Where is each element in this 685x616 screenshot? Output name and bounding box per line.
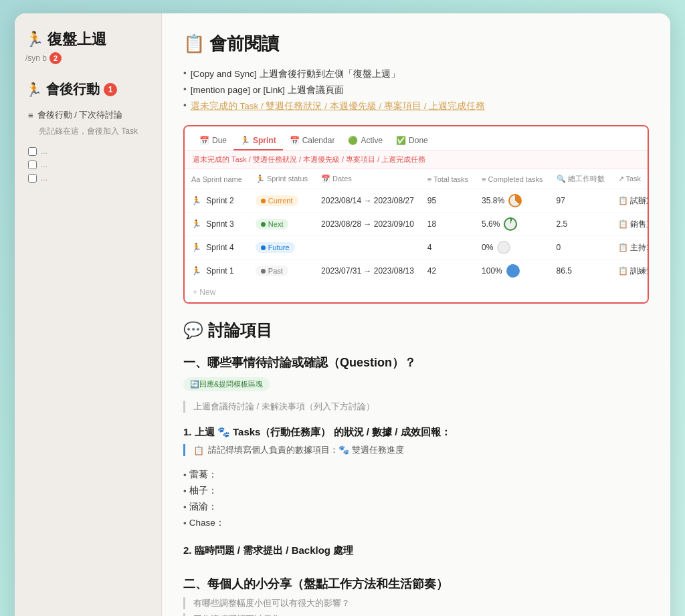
table-tabs: 📅 Due 🏃 Sprint 📅 Calendar 🟢 Active ✅	[185, 126, 648, 150]
sidebar: 🏃 復盤上週 /syn b 2 🏃 會後行動 1 ≡ 會後行動 / 下次待討論 …	[15, 13, 162, 616]
q1-tag-text: 回應&提問模板區塊	[199, 379, 263, 389]
tab-due[interactable]: 📅 Due	[193, 132, 233, 150]
q1-title: 一、哪些事情待討論或確認（Question）？	[183, 354, 649, 371]
sidebar-section2-badge: 1	[104, 83, 117, 96]
checkbox-1[interactable]	[28, 147, 37, 156]
calendar-icon-due: 📅	[199, 136, 209, 145]
task-cell-1: 📋 試辦重注	[611, 189, 649, 213]
task-chip-icon-4: 📋	[618, 266, 628, 276]
person-label-2: 柚子：	[189, 485, 217, 497]
list-icon: ≡	[28, 110, 33, 120]
sprint-status-cell-3: Future	[249, 236, 314, 260]
tab-sprint[interactable]: 🏃 Sprint	[233, 132, 283, 150]
table-row: 🏃 Sprint 3 Next 2023/08/28 → 2023/09/10	[185, 213, 649, 236]
col-sprint-status: 🏃 Sprint status	[249, 169, 314, 189]
hours-cell-4: 86.5	[550, 260, 611, 283]
status-dot-1	[261, 199, 266, 203]
q2-blockquote-text: 請記得填寫個人負責的數據項目：🐾 雙週任務進度	[208, 444, 404, 456]
status-badge-3: Future	[256, 242, 295, 253]
search-icon-col: 🔍	[557, 175, 566, 183]
task-chip-icon-1: 📋	[618, 196, 628, 205]
col-completed-tasks: ≡ Completed tasks	[475, 169, 549, 189]
sprint-status-cell-2: Next	[249, 213, 314, 236]
hours-4: 86.5	[557, 266, 572, 276]
tab-active[interactable]: 🟢 Active	[341, 132, 389, 150]
q1-blockquote-text: 上週會議待討論 / 未解決事項（列入下方討論）	[193, 401, 375, 411]
list-icon-col: ≡	[427, 175, 431, 183]
person-label-4: Chase：	[189, 517, 225, 529]
sprint-name-cell-2: 🏃 Sprint 3	[185, 213, 249, 236]
task-cell-3: 📋 主持1月	[611, 236, 649, 260]
q1-blockquote: 上週會議待討論 / 未解決事項（列入下方討論）	[183, 401, 649, 413]
task-chip-icon-3: 📋	[618, 243, 628, 252]
sprint-row-icon-1: 🏃	[191, 196, 201, 205]
col-completed-tasks-label: Completed tasks	[488, 175, 543, 183]
sprint-row-icon-4: 🏃	[191, 266, 201, 276]
completed-pct-cell-1: 35.8%	[475, 189, 549, 213]
completed-pct-cell-3: 0%	[475, 236, 549, 260]
progress-cell-1: 35.8%	[482, 194, 543, 207]
checkbox-2[interactable]	[28, 161, 37, 169]
pre-read-link[interactable]: 還未完成的 Task / 雙週任務狀況 / 本週優先級 / 專案項目 / 上週完…	[191, 100, 486, 112]
task-label-2: 銷售直達	[630, 219, 649, 229]
status-badge-4: Past	[256, 266, 288, 276]
app-container: 🏃 復盤上週 /syn b 2 🏃 會後行動 1 ≡ 會後行動 / 下次待討論 …	[15, 13, 670, 616]
table-breadcrumb[interactable]: 還未完成的 Task / 雙週任務狀況 / 本週優先級 / 專案項目 / 上週完…	[185, 150, 648, 169]
tab-calendar[interactable]: 📅 Calendar	[283, 132, 342, 150]
tag-icon: 🔄	[190, 380, 199, 389]
col-sprint-name: Aa Sprint name	[185, 169, 249, 189]
bullet-3: 還未完成的 Task / 雙週任務狀況 / 本週優先級 / 專案項目 / 上週完…	[183, 98, 649, 114]
total-tasks-3: 4	[427, 243, 432, 252]
person-item-3: 涵渝：	[183, 499, 649, 515]
calendar-icon-col: 📅	[321, 175, 330, 183]
checkbox-3[interactable]	[28, 174, 37, 183]
total-tasks-1: 95	[427, 196, 436, 205]
sprint-name-cell: 🏃 Sprint 2	[185, 189, 249, 213]
checkbox-item-3[interactable]: ...	[25, 171, 151, 185]
sidebar-nav-sub: 先記錄在這，會後加入 Task	[25, 124, 151, 139]
sprint-status-cell-1: Current	[249, 189, 314, 213]
bullet-1: [Copy and Sync] 上週會後行動到左側「復盤上週」	[183, 66, 649, 82]
sidebar-nav-label: 會後行動 / 下次待討論	[37, 109, 123, 121]
hours-cell-1: 97	[550, 189, 611, 213]
pct-3: 0%	[482, 243, 493, 252]
sidebar-section2-title: 🏃 會後行動 1	[25, 80, 151, 98]
status-dot-4	[261, 269, 266, 274]
person-list: 雷驀： 柚子： 涵渝： Chase：	[183, 467, 649, 531]
progress-circle-1	[508, 194, 522, 207]
hours-cell-2: 2.5	[550, 213, 611, 236]
sidebar-title: 🏃 復盤上週	[25, 29, 151, 49]
discussion-title: 💬 討論項目	[183, 320, 649, 341]
table-row: 🏃 Sprint 1 Past 2023/07/31 → 2023/08/13	[185, 260, 649, 283]
h2-sub1: 有哪些調整幅度小但可以有很大的影響？	[183, 597, 649, 609]
status-label-2: Next	[268, 220, 284, 228]
sprint-table-wrapper: 📅 Due 🏃 Sprint 📅 Calendar 🟢 Active ✅	[183, 125, 649, 304]
q1-tag-chip: 🔄 回應&提問模板區塊	[183, 377, 649, 397]
sprint-row-icon-2: 🏃	[191, 219, 201, 229]
person-item-1: 雷驀：	[183, 467, 649, 483]
table-row: 🏃 Sprint 2 Current 2023/08/14 → 2023/08/…	[185, 189, 649, 213]
sprint-name-cell-3: 🏃 Sprint 4	[185, 236, 249, 260]
list-check-icon: ≡	[482, 175, 486, 183]
discussion-section: 💬 討論項目 一、哪些事情待討論或確認（Question）？ 🔄 回應&提問模板…	[183, 320, 649, 616]
run-icon: 🏃	[25, 31, 43, 48]
sprint-name-cell-4: 🏃 Sprint 1	[185, 260, 249, 283]
col-hours-label: 總工作時數	[568, 175, 605, 183]
sprint-name-1: Sprint 2	[206, 196, 233, 205]
sidebar-nav-item[interactable]: ≡ 會後行動 / 下次待討論	[25, 106, 151, 124]
done-icon: ✅	[396, 136, 406, 145]
status-label-3: Future	[268, 243, 290, 251]
sprint-name-3: Sprint 4	[206, 243, 233, 252]
progress-circle-2	[504, 217, 517, 231]
add-new-button[interactable]: + New	[185, 282, 648, 302]
hours-2: 2.5	[557, 219, 568, 229]
pct-4: 100%	[482, 266, 502, 276]
status-dot-3	[261, 245, 266, 250]
tab-due-label: Due	[212, 136, 227, 145]
run-icon-tab: 🏃	[240, 136, 250, 145]
col-total-tasks: ≡ Total tasks	[421, 169, 475, 189]
checkbox-item-1[interactable]: ...	[25, 144, 151, 158]
main-content: 📋 會前閱讀 [Copy and Sync] 上週會後行動到左側「復盤上週」 […	[162, 13, 670, 616]
tab-done[interactable]: ✅ Done	[389, 132, 435, 150]
checkbox-item-2[interactable]: ...	[25, 158, 151, 171]
